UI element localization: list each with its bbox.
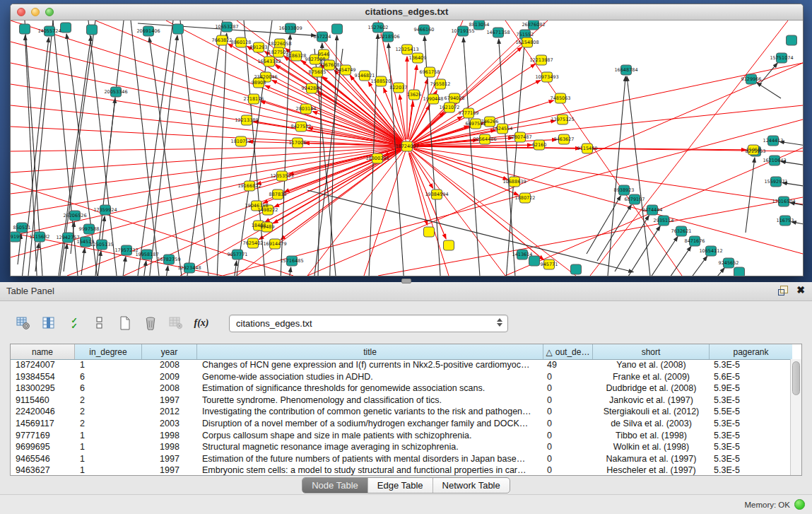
selection-mode-button[interactable]: ✓✓ bbox=[65, 314, 83, 332]
tab-node-table[interactable]: Node Table bbox=[302, 478, 368, 493]
table-cell[interactable]: 0 bbox=[543, 418, 593, 430]
table-cell[interactable]: 1997 bbox=[142, 465, 197, 476]
table-row[interactable]: 1872400712008Changes of HCN gene express… bbox=[11, 359, 791, 371]
column-header-in-degree[interactable]: in_degree bbox=[75, 344, 142, 359]
table-cell[interactable]: 19384554 bbox=[11, 371, 75, 383]
float-panel-icon[interactable] bbox=[778, 286, 787, 295]
graph-node[interactable] bbox=[734, 267, 745, 276]
table-cell[interactable]: 2008 bbox=[142, 382, 197, 395]
tab-network-table[interactable]: Network Table bbox=[433, 478, 510, 493]
delete-column-button[interactable] bbox=[141, 314, 160, 332]
table-row[interactable]: 969969511998Structural magnetic resonanc… bbox=[11, 441, 791, 453]
close-panel-icon[interactable]: ✖ bbox=[796, 285, 805, 295]
table-cell[interactable]: 2 bbox=[75, 418, 142, 430]
table-cell[interactable]: 2003 bbox=[142, 418, 197, 430]
table-cell[interactable]: 9777169 bbox=[11, 430, 75, 442]
table-cell[interactable]: 22420046 bbox=[11, 406, 75, 418]
table-cell[interactable]: Changes of HCN gene expression and I(f) … bbox=[197, 359, 543, 371]
table-cell[interactable]: Corpus callosum shape and size in male p… bbox=[197, 430, 543, 442]
table-cell[interactable]: 1997 bbox=[142, 395, 197, 407]
table-cell[interactable]: Tourette syndrome. Phenomenology and cla… bbox=[197, 395, 543, 407]
table-cell[interactable]: 1 bbox=[75, 441, 142, 453]
graph-node[interactable] bbox=[87, 25, 98, 35]
table-cell[interactable]: Structural magnetic resonance image aver… bbox=[197, 441, 543, 453]
table-cell[interactable]: 2 bbox=[75, 395, 142, 407]
table-cell[interactable]: Stergiakouli et al. (2012) bbox=[593, 406, 710, 418]
table-cell[interactable]: 1997 bbox=[142, 453, 197, 465]
table-cell[interactable]: 0 bbox=[543, 371, 593, 383]
column-header-year[interactable]: year bbox=[142, 344, 197, 359]
table-row[interactable]: 946362711997Embryonic stem cells: a mode… bbox=[11, 465, 791, 476]
table-cell[interactable]: 9465546 bbox=[11, 453, 75, 465]
table-cell[interactable]: 2 bbox=[75, 406, 142, 418]
table-cell[interactable]: 5.3E-5 bbox=[710, 418, 782, 430]
network-canvas[interactable]: 1405572420691406106532871603380985722415… bbox=[11, 21, 803, 276]
window-titlebar[interactable]: citations_edges.txt bbox=[11, 4, 803, 21]
table-cell[interactable]: 5.5E-5 bbox=[710, 406, 782, 418]
table-cell[interactable]: 2012 bbox=[142, 406, 197, 418]
graph-node[interactable] bbox=[787, 35, 797, 45]
table-cell[interactable]: Investigating the contribution of common… bbox=[197, 406, 543, 418]
panel-splitter-handle[interactable] bbox=[401, 279, 411, 284]
table-cell[interactable]: 0 bbox=[543, 453, 593, 465]
table-cell[interactable]: 0 bbox=[543, 406, 593, 418]
table-cell[interactable]: 18724007 bbox=[11, 359, 75, 371]
select-column-button[interactable] bbox=[40, 314, 58, 332]
table-row[interactable]: 977716911998Corpus callosum shape and si… bbox=[11, 430, 791, 442]
table-select-dropdown[interactable]: citations_edges.txt bbox=[229, 315, 508, 332]
network-view-window[interactable]: citations_edges.txt 14055724206914061065… bbox=[10, 4, 804, 276]
table-cell[interactable]: 0 bbox=[543, 382, 593, 395]
table-cell[interactable]: 5.3E-5 bbox=[710, 465, 782, 476]
table-cell[interactable]: Disruption of a novel member of a sodium… bbox=[197, 418, 543, 430]
table-row[interactable]: 1938455462009Genome-wide association stu… bbox=[11, 371, 791, 383]
table-cell[interactable]: 6 bbox=[75, 382, 142, 395]
graph-node[interactable] bbox=[424, 227, 435, 237]
table-cell[interactable]: Estimation of significance thresholds fo… bbox=[197, 382, 543, 395]
graph-node[interactable] bbox=[444, 240, 454, 250]
delete-table-button[interactable] bbox=[167, 314, 185, 332]
table-cell[interactable]: Yano et al. (2008) bbox=[593, 359, 710, 371]
table-cell[interactable]: de Silva et al. (2003) bbox=[593, 418, 710, 430]
table-cell[interactable]: 5.3E-5 bbox=[710, 453, 782, 465]
memory-ok-indicator[interactable] bbox=[794, 499, 805, 510]
network-graph[interactable]: 1405572420691406106532871603380985722415… bbox=[11, 21, 803, 276]
table-cell[interactable]: 1 bbox=[75, 465, 142, 476]
graph-node[interactable] bbox=[529, 256, 540, 266]
table-cell[interactable]: Estimation of the future numbers of pati… bbox=[197, 453, 543, 465]
table-cell[interactable]: 5.9E-5 bbox=[710, 382, 782, 395]
column-header-short[interactable]: short bbox=[593, 344, 710, 359]
table-cell[interactable]: Nakamura et al. (1997) bbox=[593, 453, 710, 465]
table-cell[interactable]: 5.3E-5 bbox=[710, 395, 782, 407]
graph-node[interactable] bbox=[332, 24, 343, 34]
table-row[interactable]: 2242004622012Investigating the contribut… bbox=[11, 406, 791, 418]
table-cell[interactable]: Genome-wide association studies in ADHD. bbox=[197, 371, 543, 383]
table-cell[interactable]: 9115460 bbox=[11, 395, 75, 407]
tab-edge-table[interactable]: Edge Table bbox=[368, 478, 433, 493]
graph-node[interactable] bbox=[571, 264, 582, 274]
graph-node[interactable] bbox=[20, 24, 30, 34]
table-cell[interactable]: 5.3E-5 bbox=[710, 359, 782, 371]
table-cell[interactable]: Wolkin et al. (1998) bbox=[593, 441, 710, 453]
table-cell[interactable]: 5.3E-5 bbox=[710, 430, 782, 442]
table-scrollbar[interactable] bbox=[790, 359, 801, 475]
table-cell[interactable]: 14569117 bbox=[11, 418, 75, 430]
table-cell[interactable]: 18300295 bbox=[11, 382, 75, 395]
table-cell[interactable]: 1998 bbox=[142, 441, 197, 453]
new-column-button[interactable] bbox=[116, 314, 134, 332]
function-builder-button[interactable]: f(x) bbox=[192, 314, 211, 332]
table-cell[interactable]: Embryonic stem cells: a model to study s… bbox=[197, 465, 543, 476]
scrollbar-thumb[interactable] bbox=[792, 361, 800, 395]
table-cell[interactable]: Franke et al. (2009) bbox=[593, 371, 710, 383]
table-row[interactable]: 1830029562008Estimation of significance … bbox=[11, 382, 791, 395]
graph-node[interactable] bbox=[61, 23, 71, 33]
node-table[interactable]: name in_degree year title △out_de… short… bbox=[10, 344, 802, 476]
table-cell[interactable]: 1 bbox=[75, 430, 142, 442]
row-height-button[interactable] bbox=[90, 314, 109, 332]
table-row[interactable]: 946554611997Estimation of the future num… bbox=[11, 453, 791, 465]
graph-node[interactable] bbox=[173, 24, 184, 34]
table-cell[interactable]: Tibbo et al. (1998) bbox=[593, 430, 710, 442]
table-cell[interactable]: 5.6E-5 bbox=[710, 371, 782, 383]
table-cell[interactable]: Jankovic et al. (1997) bbox=[593, 395, 710, 407]
column-header-title[interactable]: title bbox=[197, 344, 543, 359]
table-cell[interactable]: 6 bbox=[75, 371, 142, 383]
